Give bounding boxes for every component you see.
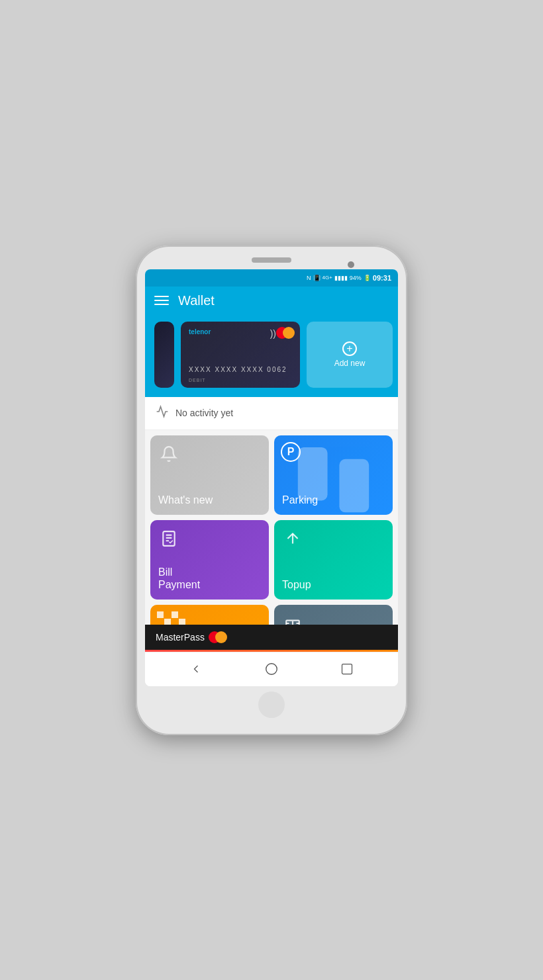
app-header: Wallet bbox=[145, 287, 398, 315]
mc-orange-circle bbox=[283, 327, 295, 339]
battery-label: 94% bbox=[350, 275, 362, 281]
mp-orange-circle bbox=[215, 631, 227, 643]
status-time: 09:31 bbox=[373, 274, 391, 282]
nav-bar bbox=[145, 652, 398, 686]
card-mastercard-logo bbox=[276, 327, 295, 339]
status-icons: N 📳 4G+ ▮▮▮▮ 94% 🔋 09:31 bbox=[307, 274, 391, 282]
tile-bill-payment[interactable]: BillPayment bbox=[150, 520, 269, 600]
vibrate-icon: 📳 bbox=[313, 275, 321, 281]
masterpass-bar: MasterPass bbox=[145, 625, 398, 650]
svg-point-13 bbox=[266, 664, 277, 675]
taxi-pattern bbox=[157, 611, 185, 625]
tile-bill-payment-label: BillPayment bbox=[158, 566, 261, 591]
card-nfc-icon: )) bbox=[270, 328, 276, 339]
parking-p-icon: P bbox=[281, 442, 301, 462]
signal-icon: ▮▮▮▮ bbox=[334, 275, 348, 281]
tile-whats-new-label: What's new bbox=[158, 494, 261, 506]
status-bar: N 📳 4G+ ▮▮▮▮ 94% 🔋 09:31 bbox=[145, 269, 398, 287]
bill-icon bbox=[158, 528, 179, 549]
hamburger-line-3 bbox=[154, 304, 169, 305]
tile-taxi[interactable]: Taxi bbox=[150, 605, 269, 625]
card-prev[interactable] bbox=[154, 322, 174, 388]
menu-button[interactable] bbox=[154, 296, 169, 305]
highway-icon bbox=[282, 613, 303, 625]
masterpass-text: MasterPass bbox=[156, 632, 205, 643]
no-activity-bar: No activity yet bbox=[145, 397, 398, 430]
card-carousel: telenor )) XXXX XXXX XXXX 0062 DEBIT + A… bbox=[145, 315, 398, 397]
svg-rect-14 bbox=[342, 664, 352, 674]
content-area: No activity yet What's new bbox=[145, 397, 398, 625]
page-title: Wallet bbox=[178, 293, 215, 308]
tile-whats-new[interactable]: What's new bbox=[150, 435, 269, 515]
phone-frame: N 📳 4G+ ▮▮▮▮ 94% 🔋 09:31 Wallet bbox=[136, 245, 407, 735]
tile-topup-label: Topup bbox=[282, 578, 385, 591]
battery-icon: 🔋 bbox=[364, 275, 371, 281]
services-grid: What's new P Parking bbox=[145, 430, 398, 625]
nfc-icon: N bbox=[307, 275, 311, 281]
phone-screen: N 📳 4G+ ▮▮▮▮ 94% 🔋 09:31 Wallet bbox=[145, 269, 398, 686]
masterpass-logo bbox=[209, 631, 227, 643]
svg-rect-0 bbox=[298, 447, 328, 500]
data-icon: 4G+ bbox=[322, 275, 332, 281]
credit-card[interactable]: telenor )) XXXX XXXX XXXX 0062 DEBIT bbox=[181, 322, 300, 388]
hamburger-line-1 bbox=[154, 296, 169, 297]
recents-button[interactable] bbox=[338, 660, 356, 678]
add-new-card-button[interactable]: + Add new bbox=[307, 322, 393, 388]
home-button[interactable] bbox=[262, 660, 281, 678]
hamburger-line-2 bbox=[154, 300, 169, 301]
topup-icon bbox=[282, 528, 303, 549]
no-activity-text: No activity yet bbox=[175, 408, 233, 418]
tile-parking-label: Parking bbox=[282, 494, 385, 506]
add-icon: + bbox=[342, 341, 357, 356]
speaker bbox=[252, 257, 291, 263]
back-button[interactable] bbox=[187, 660, 205, 678]
bell-icon bbox=[158, 443, 179, 465]
card-number: XXXX XXXX XXXX 0062 bbox=[189, 366, 287, 373]
activity-icon bbox=[156, 405, 169, 422]
add-new-label: Add new bbox=[334, 359, 366, 368]
tile-topup[interactable]: Topup bbox=[274, 520, 393, 600]
tile-highway[interactable]: HighwayVignette bbox=[274, 605, 393, 625]
physical-home-button[interactable] bbox=[258, 691, 285, 718]
tile-parking[interactable]: P Parking bbox=[274, 435, 393, 515]
camera bbox=[348, 261, 354, 268]
card-type: DEBIT bbox=[189, 378, 206, 382]
